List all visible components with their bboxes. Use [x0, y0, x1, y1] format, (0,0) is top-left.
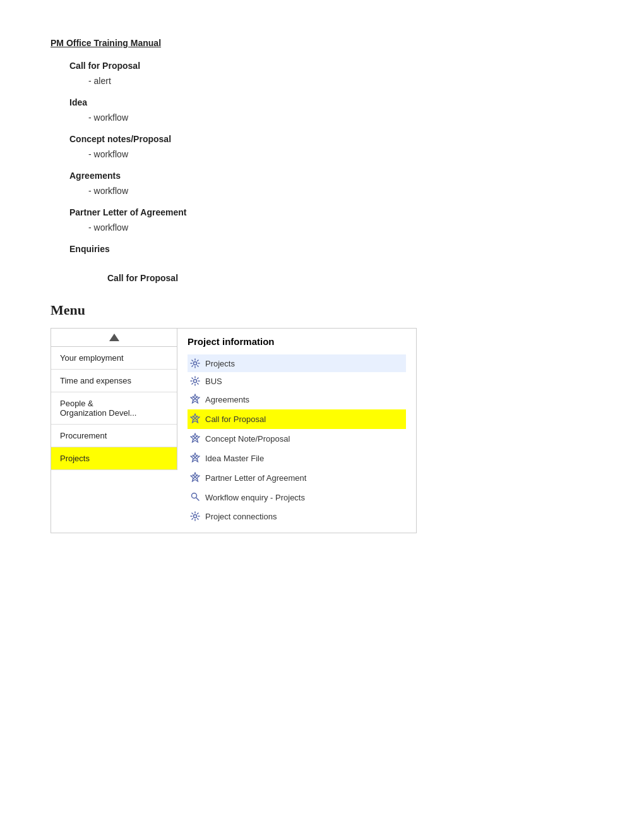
sub-section: Call for Proposal	[69, 273, 593, 283]
right-item-project-connections-label: Project connections	[205, 512, 277, 521]
right-item-partner-letter[interactable]: Partner Letter of Agreement	[188, 468, 406, 488]
svg-point-0	[194, 362, 197, 365]
right-item-projects[interactable]: Projects	[188, 354, 406, 372]
sidebar-item-procurement[interactable]: Procurement	[51, 425, 177, 447]
list-item-3-label: Concept notes/Proposal	[69, 134, 171, 144]
sidebar-item-projects[interactable]: Projects	[51, 447, 177, 470]
document-title: PM Office Training Manual	[51, 38, 593, 48]
list-item-3: Concept notes/Proposal workflow	[69, 134, 593, 159]
gear-icon-project-connections	[190, 511, 200, 521]
list-item-6-label: Enquiries	[69, 244, 110, 254]
list-item-5-label: Partner Letter of Agreement	[69, 207, 186, 217]
right-item-partner-letter-label: Partner Letter of Agreement	[205, 473, 306, 483]
right-item-agreements[interactable]: Agreements	[188, 390, 406, 409]
list-item-4: Agreements workflow	[69, 171, 593, 196]
right-item-workflow-enquiry-label: Workflow enquiry - Projects	[205, 493, 305, 502]
right-item-concept-note[interactable]: Concept Note/Proposal	[188, 429, 406, 449]
menu-left-panel: Your employment Time and expenses People…	[51, 329, 177, 470]
sidebar-item-your-employment[interactable]: Your employment	[51, 347, 177, 370]
sub-list-5: workflow	[88, 222, 593, 233]
right-item-agreements-label: Agreements	[205, 395, 249, 404]
sub-section-item-label: Call for Proposal	[107, 273, 178, 283]
gear-icon-bus	[190, 376, 200, 386]
right-item-projects-label: Projects	[205, 359, 235, 368]
star-icon-idea-master	[190, 452, 200, 464]
right-item-project-connections[interactable]: Project connections	[188, 507, 406, 525]
list-item-2-label: Idea	[69, 97, 87, 107]
svg-point-19	[194, 515, 197, 518]
svg-point-1	[194, 380, 197, 383]
menu-left-top[interactable]	[51, 329, 177, 347]
sub-item-4-1: workflow	[88, 186, 593, 196]
star-icon-call-for-proposal	[190, 413, 200, 425]
sub-item-5-1: workflow	[88, 222, 593, 233]
star-icon-agreements	[190, 394, 200, 406]
right-item-call-for-proposal-label: Call for Proposal	[205, 414, 266, 424]
right-item-idea-master-label: Idea Master File	[205, 454, 264, 463]
sub-item-3-1: workflow	[88, 149, 593, 159]
right-panel-title: Project information	[188, 336, 406, 347]
list-item-6: Enquiries	[69, 244, 593, 254]
main-list: Call for Proposal alert Idea workflow Co…	[69, 61, 593, 254]
sidebar-item-people-org[interactable]: People & Organization Devel...	[51, 392, 177, 425]
list-item-5: Partner Letter of Agreement workflow	[69, 207, 593, 233]
list-item-2: Idea workflow	[69, 97, 593, 123]
list-item-1: Call for Proposal alert	[69, 61, 593, 86]
list-item-1-label: Call for Proposal	[69, 61, 140, 71]
right-item-concept-note-label: Concept Note/Proposal	[205, 434, 290, 444]
sub-section-item: Call for Proposal	[107, 273, 593, 283]
right-item-call-for-proposal[interactable]: Call for Proposal	[188, 409, 406, 429]
sub-list-4: workflow	[88, 186, 593, 196]
arrow-up-icon	[109, 334, 119, 341]
right-item-bus[interactable]: BUS	[188, 372, 406, 390]
right-item-bus-label: BUS	[205, 377, 222, 386]
menu-heading: Menu	[51, 302, 593, 318]
star-icon-concept-note	[190, 433, 200, 445]
svg-line-18	[196, 498, 200, 501]
right-item-workflow-enquiry[interactable]: Workflow enquiry - Projects	[188, 488, 406, 507]
sub-item-1-1: alert	[88, 76, 593, 86]
sub-section-list: Call for Proposal	[107, 273, 593, 283]
sub-list-1: alert	[88, 76, 593, 86]
menu-container: Your employment Time and expenses People…	[51, 328, 417, 533]
star-icon-partner-letter	[190, 472, 200, 484]
sidebar-item-time-expenses[interactable]: Time and expenses	[51, 370, 177, 392]
sub-list-2: workflow	[88, 112, 593, 123]
menu-right-panel: Project information Projects BUS	[177, 329, 416, 533]
list-item-4-label: Agreements	[69, 171, 121, 181]
search-icon-workflow-enquiry	[190, 492, 200, 504]
gear-icon-projects	[190, 358, 200, 368]
sub-item-2-1: workflow	[88, 112, 593, 123]
right-item-idea-master[interactable]: Idea Master File	[188, 449, 406, 468]
sub-list-3: workflow	[88, 149, 593, 159]
